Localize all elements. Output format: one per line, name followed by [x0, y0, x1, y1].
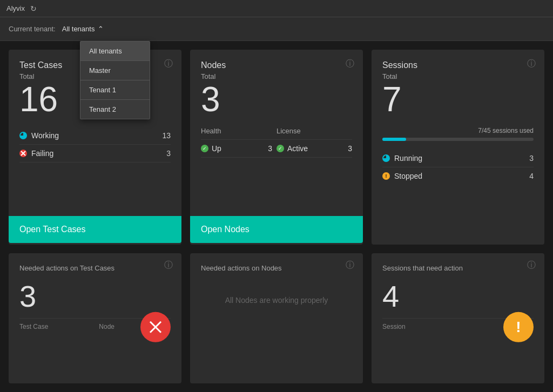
nodes-title: Nodes: [201, 60, 352, 70]
sessions-action-title: Sessions that need action: [382, 264, 534, 272]
stopped-label: Stopped: [394, 172, 422, 180]
up-value: 3: [268, 144, 272, 153]
sessions-progress-fill: [382, 138, 406, 141]
title-bar: Alyvix ↻: [0, 0, 553, 17]
running-label: Running: [394, 154, 422, 163]
nodes-total-label: Total: [201, 72, 352, 80]
tenant-bar: Current tenant: All tenants ⌃ All tenant…: [0, 17, 553, 41]
tenant-selector[interactable]: All tenants ⌃: [62, 25, 104, 33]
nodes-license-header: License: [276, 127, 352, 140]
working-label: Working: [31, 131, 59, 140]
needed-nodes-card: ⓘ Needed actions on Nodes All Nodes are …: [190, 253, 363, 383]
needed-tc-info-icon[interactable]: ⓘ: [164, 260, 173, 271]
failing-label: Failing: [31, 149, 53, 158]
tenant-dropdown: All tenants Master Tenant 1 Tenant 2: [80, 41, 150, 119]
app-title: Alyvix: [6, 4, 25, 12]
nodes-total-value: 3: [201, 80, 352, 118]
sessions-used-label: 7/45 sessions used: [382, 127, 534, 134]
running-value: 3: [529, 154, 534, 163]
open-nodes-button[interactable]: Open Nodes: [190, 216, 363, 243]
active-value: 3: [348, 144, 352, 153]
needed-tc-number: 3: [19, 279, 36, 314]
needed-nodes-title: Needed actions on Nodes: [201, 264, 352, 272]
sessions-action-number: 4: [382, 279, 399, 314]
warning-yellow-icon: !: [503, 312, 534, 342]
tenant-option-master[interactable]: Master: [80, 61, 150, 80]
working-icon: [19, 132, 27, 139]
sessions-progress-bg: [382, 138, 534, 141]
sessions-card: ⓘ Sessions Total 7 7/45 sessions used Ru…: [372, 50, 544, 245]
tenant-selected-value: All tenants: [62, 25, 95, 33]
needed-nodes-empty-message: All Nodes are working properly: [201, 279, 352, 322]
nodes-up-row: ✓ Up 3: [201, 140, 276, 158]
sessions-title: Sessions: [382, 60, 534, 70]
tenant-option-all[interactable]: All tenants: [80, 42, 150, 60]
sessions-action-col1: Session: [382, 323, 406, 330]
active-icon: ✓: [276, 145, 284, 152]
nodes-active-row: ✓ Active 3: [276, 140, 352, 158]
stopped-icon: !: [382, 172, 390, 180]
tenant-option-tenant2[interactable]: Tenant 2: [80, 100, 150, 119]
test-cases-working-row: Working 13: [19, 127, 171, 145]
chevron-up-icon: ⌃: [98, 25, 104, 33]
warning-red-icon: [140, 312, 171, 342]
sessions-action-info-icon[interactable]: ⓘ: [527, 260, 536, 271]
sessions-running-row: Running 3: [382, 150, 534, 167]
tenant-label: Current tenant:: [9, 25, 56, 33]
sessions-info-icon[interactable]: ⓘ: [527, 58, 536, 70]
nodes-card: ⓘ Nodes Total 3 Health License ✓ Up 3 ✓ …: [190, 50, 363, 245]
needed-tc-col1: Test Case: [19, 323, 48, 330]
up-label: Up: [212, 144, 221, 153]
open-test-cases-button[interactable]: Open Test Cases: [9, 216, 181, 243]
tenant-option-tenant1[interactable]: Tenant 1: [80, 80, 150, 99]
failing-value: 3: [166, 149, 171, 158]
needed-tc-col2: Node: [99, 323, 114, 330]
nodes-info-icon[interactable]: ⓘ: [346, 58, 354, 70]
sessions-total-label: Total: [382, 72, 534, 80]
test-cases-info-icon[interactable]: ⓘ: [164, 58, 173, 70]
nodes-stats: Health License ✓ Up 3 ✓ Active 3: [201, 127, 352, 158]
needed-test-cases-card: ⓘ Needed actions on Test Cases 3 Test Ca…: [9, 253, 181, 383]
failing-icon: [19, 150, 27, 157]
sessions-stopped-row: ! Stopped 4: [382, 167, 534, 185]
stopped-value: 4: [529, 172, 534, 180]
sessions-total-value: 7: [382, 80, 534, 118]
needed-nodes-info-icon[interactable]: ⓘ: [346, 260, 354, 271]
test-cases-failing-row: Failing 3: [19, 145, 171, 163]
needed-tc-title: Needed actions on Test Cases: [19, 264, 171, 272]
nodes-health-header: Health: [201, 127, 276, 140]
running-icon: [382, 154, 390, 162]
up-icon: ✓: [201, 145, 208, 152]
active-label: Active: [287, 144, 308, 153]
sessions-action-card: ⓘ Sessions that need action 4 ! Session …: [372, 253, 544, 383]
refresh-icon[interactable]: ↻: [30, 4, 37, 13]
working-value: 13: [162, 131, 171, 140]
